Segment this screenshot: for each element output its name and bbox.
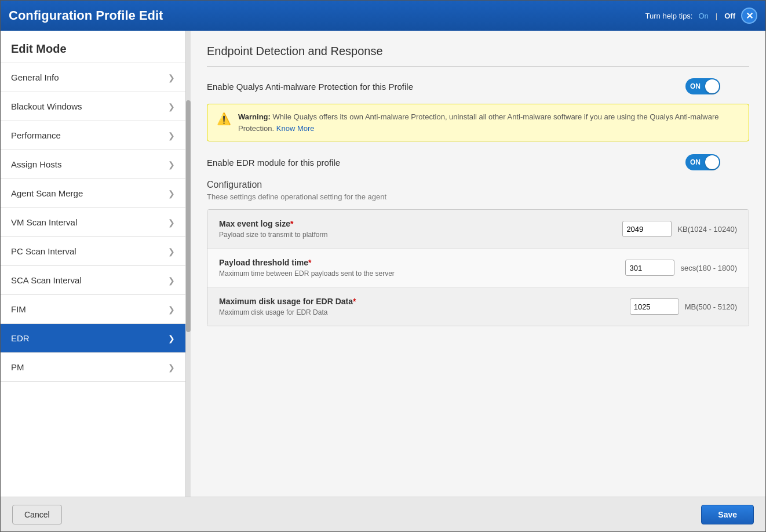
field-input-group-max-disk-usage: MB(500 - 5120): [630, 298, 737, 315]
header-right: Turn help tips: On | Off ✕: [645, 8, 757, 24]
chevron-icon: ❯: [168, 218, 175, 227]
sidebar-item-general-info[interactable]: General Info❯: [1, 63, 185, 92]
sidebar-item-label: EDR: [11, 333, 30, 343]
sidebar-item-sca-scan-interval[interactable]: SCA Scan Interval❯: [1, 266, 185, 295]
anti-malware-toggle-row: Enable Qualys Anti-malware Protection fo…: [207, 78, 749, 94]
field-label-payload-threshold-time: Payload threshold time*: [219, 258, 625, 267]
required-marker: *: [308, 258, 311, 267]
know-more-link[interactable]: Know More: [276, 124, 315, 133]
sidebar-item-blackout-windows[interactable]: Blackout Windows❯: [1, 92, 185, 121]
sidebar-item-pm[interactable]: PM❯: [1, 353, 185, 382]
field-unit-max-disk-usage: MB(500 - 5120): [685, 303, 737, 311]
chevron-icon: ❯: [168, 189, 175, 198]
scroll-thumb[interactable]: [186, 100, 191, 332]
sidebar-header: Edit Mode: [1, 31, 185, 63]
chevron-icon: ❯: [168, 334, 175, 343]
field-unit-max-event-log-size: KB(1024 - 10240): [677, 225, 737, 234]
field-label-max-disk-usage: Maximum disk usage for EDR Data*: [219, 297, 630, 306]
sidebar-scrollbar[interactable]: [186, 31, 191, 497]
config-field-payload-threshold-time: Payload threshold time* Maximum time bet…: [207, 249, 749, 287]
configuration-profile-edit-window: Configuration Profile Edit Turn help tip…: [0, 0, 766, 532]
config-title: Configuration: [207, 180, 749, 190]
anti-malware-toggle[interactable]: ON: [685, 78, 720, 94]
footer: Cancel Save: [1, 497, 765, 531]
edr-toggle-row: Enable EDR module for this profile ON: [207, 154, 749, 170]
sidebar-item-label: VM Scan Interval: [11, 217, 77, 227]
sidebar-item-label: Assign Hosts: [11, 159, 62, 169]
sidebar-item-performance[interactable]: Performance❯: [1, 121, 185, 150]
sidebar-item-label: FIM: [11, 304, 26, 314]
warning-icon: ⚠️: [217, 112, 231, 126]
help-tips-off-link[interactable]: Off: [724, 12, 735, 20]
chevron-icon: ❯: [168, 247, 175, 256]
sidebar-item-label: PC Scan Interval: [11, 246, 76, 256]
help-tips-on-link[interactable]: On: [698, 12, 708, 20]
sidebar-item-vm-scan-interval[interactable]: VM Scan Interval❯: [1, 208, 185, 237]
field-info-payload-threshold-time: Payload threshold time* Maximum time bet…: [219, 258, 625, 278]
sidebar-item-label: SCA Scan Interval: [11, 275, 82, 285]
field-info-max-event-log-size: Max event log size* Payload size to tran…: [219, 219, 622, 239]
field-input-max-disk-usage[interactable]: [630, 298, 679, 315]
field-desc-max-event-log-size: Payload size to transmit to platform: [219, 231, 622, 239]
section-divider: [207, 66, 749, 67]
sidebar: Edit Mode General Info❯Blackout Windows❯…: [1, 31, 186, 497]
body-area: Edit Mode General Info❯Blackout Windows❯…: [1, 31, 765, 497]
sidebar-item-label: Blackout Windows: [11, 101, 82, 111]
required-marker: *: [353, 297, 356, 306]
required-marker: *: [290, 219, 293, 228]
help-tips-label: Turn help tips:: [645, 12, 693, 20]
edr-toggle-on-label: ON: [690, 158, 701, 166]
field-input-group-payload-threshold-time: secs(180 - 1800): [625, 260, 737, 276]
chevron-icon: ❯: [168, 305, 175, 314]
edr-toggle-label: Enable EDR module for this profile: [207, 158, 340, 167]
sidebar-item-assign-hosts[interactable]: Assign Hosts❯: [1, 150, 185, 179]
field-unit-payload-threshold-time: secs(180 - 1800): [680, 264, 737, 272]
save-button[interactable]: Save: [701, 505, 754, 524]
config-field-max-disk-usage: Maximum disk usage for EDR Data* Maximum…: [207, 287, 749, 326]
anti-malware-toggle-knob: [705, 79, 719, 93]
warning-text: Warning: While Qualys offers its own Ant…: [238, 111, 739, 134]
main-content: Endpoint Detection and Response Enable Q…: [191, 31, 765, 497]
close-button[interactable]: ✕: [741, 8, 757, 24]
edr-toggle[interactable]: ON: [685, 154, 720, 170]
edr-toggle-track[interactable]: ON: [685, 154, 720, 170]
header: Configuration Profile Edit Turn help tip…: [1, 1, 765, 31]
warning-bold: Warning:: [238, 112, 271, 121]
anti-malware-toggle-track[interactable]: ON: [685, 78, 720, 94]
field-input-max-event-log-size[interactable]: [622, 221, 672, 237]
field-input-group-max-event-log-size: KB(1024 - 10240): [622, 221, 737, 237]
cancel-button[interactable]: Cancel: [12, 505, 62, 524]
config-section: Configuration These settings define oper…: [207, 180, 749, 201]
separator: |: [716, 12, 717, 20]
sidebar-item-label: Performance: [11, 130, 61, 140]
field-info-max-disk-usage: Maximum disk usage for EDR Data* Maximum…: [219, 297, 630, 316]
close-icon: ✕: [746, 10, 753, 21]
sidebar-item-agent-scan-merge[interactable]: Agent Scan Merge❯: [1, 179, 185, 208]
sidebar-item-label: General Info: [11, 72, 59, 82]
sidebar-item-pc-scan-interval[interactable]: PC Scan Interval❯: [1, 237, 185, 266]
chevron-icon: ❯: [168, 73, 175, 82]
chevron-icon: ❯: [168, 131, 175, 140]
chevron-icon: ❯: [168, 102, 175, 111]
sidebar-item-label: Agent Scan Merge: [11, 188, 83, 198]
chevron-icon: ❯: [168, 276, 175, 285]
edr-toggle-knob: [705, 155, 719, 169]
anti-malware-label: Enable Qualys Anti-malware Protection fo…: [207, 82, 413, 92]
header-title: Configuration Profile Edit: [9, 8, 163, 23]
sidebar-item-fim[interactable]: FIM❯: [1, 295, 185, 324]
field-input-payload-threshold-time[interactable]: [625, 260, 674, 276]
field-label-max-event-log-size: Max event log size*: [219, 219, 622, 228]
field-desc-max-disk-usage: Maximum disk usage for EDR Data: [219, 308, 630, 316]
config-field-max-event-log-size: Max event log size* Payload size to tran…: [207, 210, 749, 249]
chevron-icon: ❯: [168, 160, 175, 169]
sidebar-items: General Info❯Blackout Windows❯Performanc…: [1, 63, 185, 497]
field-desc-payload-threshold-time: Maximum time between EDR payloads sent t…: [219, 269, 625, 278]
section-title: Endpoint Detection and Response: [207, 45, 749, 58]
sidebar-item-label: PM: [11, 362, 24, 372]
sidebar-item-edr[interactable]: EDR❯: [1, 324, 185, 353]
config-fields: Max event log size* Payload size to tran…: [207, 209, 749, 326]
warning-box: ⚠️ Warning: While Qualys offers its own …: [207, 104, 749, 141]
config-subtitle: These settings define operational settin…: [207, 192, 749, 201]
anti-malware-toggle-on-label: ON: [690, 82, 701, 90]
chevron-icon: ❯: [168, 363, 175, 372]
